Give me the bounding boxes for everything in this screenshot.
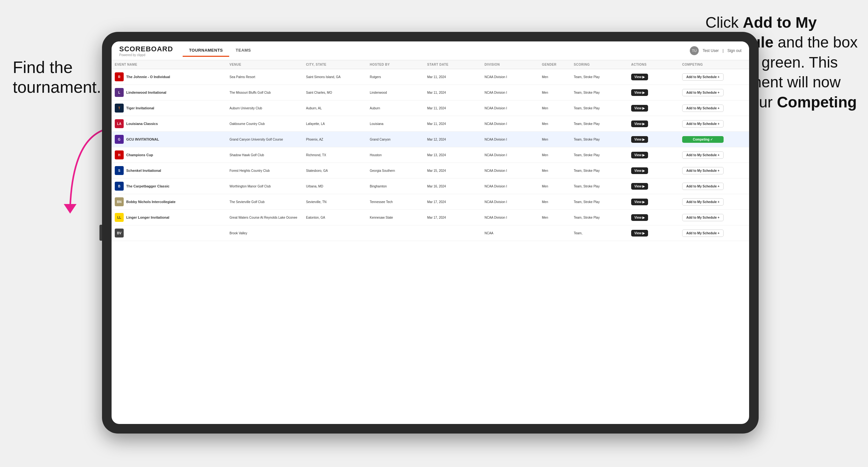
add-to-schedule-button[interactable]: Add to My Schedule + bbox=[682, 214, 723, 221]
cell-division: NCAA Division I bbox=[481, 69, 539, 85]
cell-start-date bbox=[424, 225, 481, 241]
cell-start-date: Mar 11, 2024 bbox=[424, 116, 481, 132]
actions-cell: View ▶ bbox=[628, 194, 679, 210]
cell-scoring: Team, Stroke Play bbox=[570, 132, 628, 147]
cell-gender: Men bbox=[539, 132, 570, 147]
nav-tab-tournaments[interactable]: TOURNAMENTS bbox=[183, 44, 229, 57]
actions-cell: View ▶ bbox=[628, 147, 679, 163]
cell-gender: Men bbox=[539, 100, 570, 116]
add-to-schedule-button[interactable]: Add to My Schedule + bbox=[682, 89, 723, 96]
cell-venue: Worthington Manor Golf Club bbox=[226, 179, 303, 194]
event-name-cell: T Tiger Invitational bbox=[112, 100, 226, 116]
view-button[interactable]: View ▶ bbox=[631, 152, 648, 158]
cell-hosted-by: Lindenwood bbox=[367, 85, 424, 100]
cell-scoring: Team, Stroke Play bbox=[570, 163, 628, 179]
cell-scoring: Team, Stroke Play bbox=[570, 116, 628, 132]
table-row: G GCU INVITATIONAL Grand Canyon Universi… bbox=[112, 132, 749, 147]
cell-start-date: Mar 17, 2024 bbox=[424, 194, 481, 210]
competing-button[interactable]: Competing ✓ bbox=[682, 136, 723, 143]
view-button[interactable]: View ▶ bbox=[631, 121, 648, 127]
competing-cell: Add to My Schedule + bbox=[679, 85, 749, 100]
add-to-schedule-button[interactable]: Add to My Schedule + bbox=[682, 167, 723, 175]
cell-scoring: Team, Stroke Play bbox=[570, 147, 628, 163]
cell-gender: Men bbox=[539, 163, 570, 179]
cell-scoring: Team, Stroke Play bbox=[570, 194, 628, 210]
table-row: R The Johnnie - O Individual Sea Palms R… bbox=[112, 69, 749, 85]
view-button[interactable]: View ▶ bbox=[631, 230, 648, 237]
add-to-schedule-button[interactable]: Add to My Schedule + bbox=[682, 198, 723, 206]
cell-hosted-by: Auburn bbox=[367, 100, 424, 116]
cell-start-date: Mar 11, 2024 bbox=[424, 85, 481, 100]
event-name-cell: LL Linger Longer Invitational bbox=[112, 210, 226, 225]
cell-venue: Great Waters Course At Reynolds Lake Oco… bbox=[226, 210, 303, 225]
cell-division: NCAA Division I bbox=[481, 194, 539, 210]
sign-out-link[interactable]: Sign out bbox=[727, 49, 741, 53]
tablet-frame: SCOREBOARD Powered by clippd TOURNAMENTS… bbox=[102, 32, 759, 434]
cell-venue: Oakbourne Country Club bbox=[226, 116, 303, 132]
actions-cell: View ▶ bbox=[628, 163, 679, 179]
col-scoring: SCORING bbox=[570, 60, 628, 69]
competing-cell: Add to My Schedule + bbox=[679, 163, 749, 179]
add-to-schedule-button[interactable]: Add to My Schedule + bbox=[682, 151, 723, 159]
cell-city-state: Saint Charles, MO bbox=[303, 85, 367, 100]
view-button[interactable]: View ▶ bbox=[631, 105, 648, 112]
cell-gender: Men bbox=[539, 179, 570, 194]
cell-gender: Men bbox=[539, 69, 570, 85]
competing-cell: Competing ✓ bbox=[679, 132, 749, 147]
competing-cell: Add to My Schedule + bbox=[679, 225, 749, 241]
table-row: BN Bobby Nichols Intercollegiate The Sev… bbox=[112, 194, 749, 210]
add-to-schedule-button[interactable]: Add to My Schedule + bbox=[682, 104, 723, 112]
table-header: EVENT NAME VENUE CITY, STATE HOSTED BY S… bbox=[112, 60, 749, 69]
competing-cell: Add to My Schedule + bbox=[679, 147, 749, 163]
add-to-schedule-button[interactable]: Add to My Schedule + bbox=[682, 73, 723, 81]
add-to-schedule-button[interactable]: Add to My Schedule + bbox=[682, 120, 723, 127]
cell-hosted-by: Louisiana bbox=[367, 116, 424, 132]
actions-cell: View ▶ bbox=[628, 116, 679, 132]
cell-division: NCAA Division I bbox=[481, 210, 539, 225]
user-name: Test User bbox=[703, 49, 719, 53]
cell-gender: Men bbox=[539, 194, 570, 210]
cell-venue: Auburn University Club bbox=[226, 100, 303, 116]
event-name-text: The Johnnie - O Individual bbox=[126, 75, 170, 79]
table-row: T Tiger Invitational Auburn University C… bbox=[112, 100, 749, 116]
add-to-schedule-button[interactable]: Add to My Schedule + bbox=[682, 183, 723, 190]
competing-cell: Add to My Schedule + bbox=[679, 116, 749, 132]
col-actions: ACTIONS bbox=[628, 60, 679, 69]
cell-city-state: Richmond, TX bbox=[303, 147, 367, 163]
col-division: DIVISION bbox=[481, 60, 539, 69]
competing-cell: Add to My Schedule + bbox=[679, 69, 749, 85]
event-name-text: Schenkel Invitational bbox=[126, 168, 161, 173]
table-row: LA Louisiana Classics Oakbourne Country … bbox=[112, 116, 749, 132]
table-row: L Lindenwood Invitational The Missouri B… bbox=[112, 85, 749, 100]
annotation-bold-2: Competing bbox=[777, 94, 857, 111]
cell-city-state: Lafayette, LA bbox=[303, 116, 367, 132]
view-button[interactable]: View ▶ bbox=[631, 198, 648, 205]
cell-start-date: Mar 12, 2024 bbox=[424, 132, 481, 147]
view-button[interactable]: View ▶ bbox=[631, 89, 648, 96]
view-button[interactable]: View ▶ bbox=[631, 167, 648, 174]
cell-scoring: Team, Stroke Play bbox=[570, 179, 628, 194]
event-name-cell: S Schenkel Invitational bbox=[112, 163, 226, 179]
add-to-schedule-button[interactable]: Add to My Schedule + bbox=[682, 229, 723, 237]
actions-cell: View ▶ bbox=[628, 210, 679, 225]
cell-hosted-by: Tennessee Tech bbox=[367, 194, 424, 210]
view-button[interactable]: View ▶ bbox=[631, 214, 648, 221]
cell-city-state: Saint Simons Island, GA bbox=[303, 69, 367, 85]
view-button[interactable]: View ▶ bbox=[631, 183, 648, 190]
cell-start-date: Mar 13, 2024 bbox=[424, 147, 481, 163]
col-gender: GENDER bbox=[539, 60, 570, 69]
event-name-cell: L Lindenwood Invitational bbox=[112, 85, 226, 100]
cell-division: NCAA Division I bbox=[481, 116, 539, 132]
col-city-state: CITY, STATE bbox=[303, 60, 367, 69]
view-button[interactable]: View ▶ bbox=[631, 74, 648, 80]
nav-tab-teams[interactable]: TEAMS bbox=[229, 44, 257, 57]
cell-gender bbox=[539, 225, 570, 241]
view-button[interactable]: View ▶ bbox=[631, 136, 648, 143]
event-name-text: Tiger Invitational bbox=[126, 106, 154, 110]
table-container: EVENT NAME VENUE CITY, STATE HOSTED BY S… bbox=[112, 60, 749, 424]
cell-city-state: Urbana, MD bbox=[303, 179, 367, 194]
annotation-left: Find the tournament. bbox=[13, 57, 102, 97]
cell-scoring: Team, Stroke Play bbox=[570, 210, 628, 225]
tournaments-table: EVENT NAME VENUE CITY, STATE HOSTED BY S… bbox=[112, 60, 749, 241]
cell-start-date: Mar 15, 2024 bbox=[424, 163, 481, 179]
